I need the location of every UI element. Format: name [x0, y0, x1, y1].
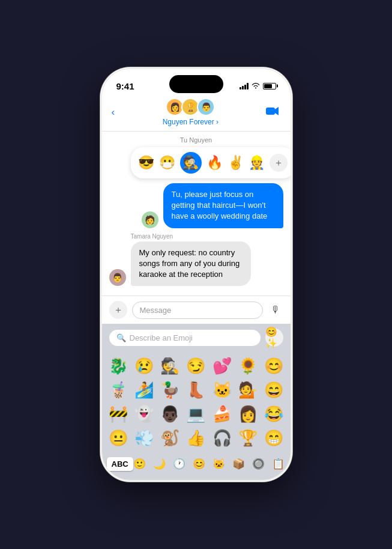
emoji-smile[interactable]: 😊: [261, 354, 286, 378]
status-bar: 9:41: [102, 69, 291, 96]
emoji-person-tipping[interactable]: 💁: [235, 378, 261, 402]
emoji-headphones[interactable]: 🎧: [209, 426, 235, 450]
keyboard-bottom-bar: ABC 🙂 🌙 🕐 😊 🐱 📦 🔘 📋 📍 🔡 🚩 ⌫: [102, 452, 291, 476]
kb-moon-icon[interactable]: 🌙: [153, 458, 166, 470]
emoji-keyboard: 🔍 Describe an Emoji 😊✨ 🐉 😢 🕵️ 😏 💕 🌻 😊 🧋 …: [102, 324, 291, 476]
emoji-cone[interactable]: 🚧: [106, 402, 131, 426]
kb-cat-icon[interactable]: 🐱: [213, 458, 225, 470]
kb-clock-icon[interactable]: 🕐: [173, 458, 185, 470]
emoji-monkey[interactable]: 🐒: [157, 426, 183, 450]
home-bar: [102, 476, 291, 480]
emoji-woman-curly[interactable]: 👩: [235, 402, 261, 426]
reaction-emoji-5[interactable]: 👷: [249, 155, 265, 171]
emoji-thumbsup[interactable]: 👍: [183, 426, 209, 450]
group-name: Nguyen Forever ›: [163, 118, 219, 126]
emoji-surfer[interactable]: 🏄: [131, 378, 157, 402]
kb-emoji-icon[interactable]: 🙂: [133, 458, 146, 470]
messages-area: Tu Nguyen 😎 😷 🕵️ 🔥 ✌️ 👷 ＋ Tu, please jus…: [102, 132, 291, 296]
emoji-person-dark[interactable]: 👨🏿: [157, 402, 183, 426]
keyboard-icon-row: 🙂 🌙 🕐 😊 🐱 📦 🔘 📋 📍 🔡 🚩: [133, 458, 291, 470]
nav-header: ‹ 👩 🏆 👨 Nguyen Forever ›: [102, 96, 291, 132]
reaction-add-button[interactable]: ＋: [270, 154, 288, 172]
sender-name-top: Tu Nguyen: [109, 136, 283, 144]
emoji-beaming[interactable]: 😁: [261, 426, 286, 450]
add-attachment-button[interactable]: ＋: [109, 301, 127, 319]
message-row-received: 👨 My only request: no country songs from…: [109, 241, 283, 287]
wifi-icon: [252, 82, 260, 90]
signal-bars-icon: [240, 82, 249, 89]
emoji-crying[interactable]: 😢: [131, 354, 157, 378]
emoji-sunflower[interactable]: 🌻: [235, 354, 261, 378]
emoji-ghost[interactable]: 👻: [131, 402, 157, 426]
emoji-hearts[interactable]: 💕: [209, 354, 235, 378]
message-row-sent: Tu, please just focus on getting that ha…: [109, 183, 283, 228]
emoji-cake-slice[interactable]: 🍰: [209, 402, 235, 426]
search-placeholder: Describe an Emoji: [130, 333, 193, 342]
emoji-search-bar: 🔍 Describe an Emoji 😊✨: [102, 324, 291, 351]
dynamic-island: [169, 75, 223, 93]
battery-icon: [263, 83, 276, 89]
reaction-emoji-3[interactable]: 🔥: [207, 155, 223, 171]
emoji-trophy[interactable]: 🏆: [235, 426, 261, 450]
mic-button[interactable]: 🎙: [268, 302, 283, 318]
emoji-wink[interactable]: 😏: [183, 354, 209, 378]
group-avatars: 👩 🏆 👨: [166, 98, 215, 116]
input-bar: ＋ Message 🎙: [102, 296, 291, 324]
abc-key[interactable]: ABC: [107, 457, 133, 471]
message-input[interactable]: Message: [132, 302, 263, 319]
emoji-laughing[interactable]: 😂: [261, 402, 286, 426]
emoji-reactions-bar[interactable]: 😎 😷 🕵️ 🔥 ✌️ 👷 ＋: [131, 147, 291, 178]
emoji-spy[interactable]: 🕵️: [157, 354, 183, 378]
status-icons: [240, 82, 276, 90]
phone-screen: 9:41: [102, 69, 291, 480]
sent-avatar: 🧑: [142, 211, 158, 228]
kb-grid-icon[interactable]: 📋: [272, 458, 285, 470]
bubble-received: My only request: no country songs from a…: [131, 241, 251, 287]
emoji-dragon[interactable]: 🐉: [106, 354, 131, 378]
received-avatar: 👨: [109, 269, 126, 286]
phone-frame: 9:41: [100, 67, 292, 482]
emoji-grid: 🐉 😢 🕵️ 😏 💕 🌻 😊 🧋 🏄 🦆 👢 🐱 💁 😄 🚧 👻 👨🏿: [102, 351, 291, 452]
svg-rect-0: [266, 108, 275, 115]
reaction-emoji-2-selected[interactable]: 🕵️: [180, 152, 202, 174]
kb-face-icon[interactable]: 😊: [193, 458, 205, 470]
emoji-search-input[interactable]: 🔍 Describe an Emoji: [109, 330, 261, 346]
emoji-boots[interactable]: 👢: [183, 378, 209, 402]
group-info[interactable]: 👩 🏆 👨 Nguyen Forever ›: [163, 98, 219, 126]
reaction-emoji-0[interactable]: 😎: [138, 155, 154, 171]
avatar-2: 👨: [197, 98, 215, 116]
emoji-neutral[interactable]: 😐: [106, 426, 131, 450]
received-sender-label: Tamara Nguyen: [109, 233, 283, 240]
kb-box-icon[interactable]: 📦: [232, 458, 245, 470]
reaction-emoji-4[interactable]: ✌️: [228, 155, 244, 171]
emoji-duck[interactable]: 🦆: [157, 378, 183, 402]
kb-planet-icon[interactable]: 🔘: [252, 458, 265, 470]
emoji-cloud[interactable]: 💨: [131, 426, 157, 450]
emoji-boba[interactable]: 🧋: [106, 378, 131, 402]
emoji-cat[interactable]: 🐱: [209, 378, 235, 402]
emoji-magic-button[interactable]: 😊✨: [265, 329, 283, 347]
status-time: 9:41: [116, 81, 134, 91]
message-placeholder: Message: [140, 306, 172, 315]
bubble-sent: Tu, please just focus on getting that ha…: [163, 183, 283, 228]
emoji-laptop[interactable]: 💻: [183, 402, 209, 426]
back-button[interactable]: ‹: [112, 106, 115, 118]
search-icon: 🔍: [116, 333, 126, 342]
emoji-grinning[interactable]: 😄: [261, 378, 286, 402]
video-call-button[interactable]: [266, 105, 280, 119]
reaction-emoji-1[interactable]: 😷: [159, 155, 175, 171]
